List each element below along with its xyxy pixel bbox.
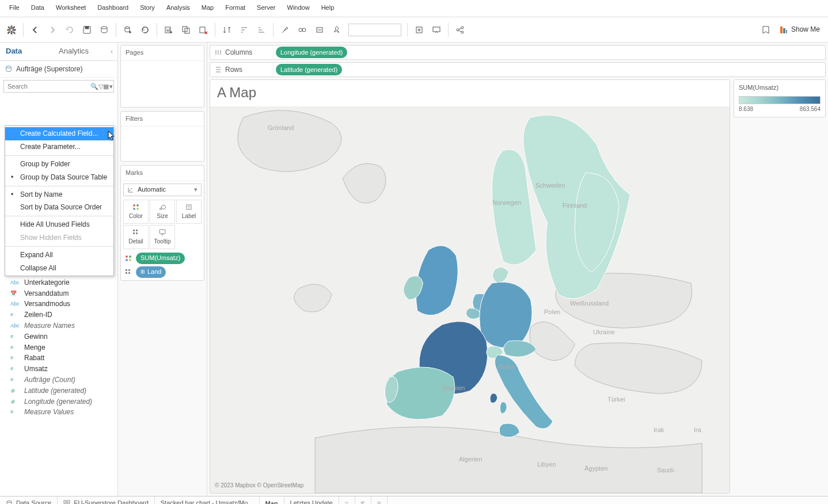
ctx-create-parameter[interactable]: Create Parameter... bbox=[5, 140, 113, 154]
svg-rect-39 bbox=[136, 230, 138, 231]
new-worksheet-tab[interactable] bbox=[339, 497, 355, 504]
ctx-sort-ds-order[interactable]: Sort by Data Source Order bbox=[5, 201, 113, 214]
showme-label: Show Me bbox=[791, 25, 820, 35]
tab-map[interactable]: Map bbox=[260, 497, 284, 504]
swap-icon[interactable] bbox=[219, 22, 235, 38]
pin-icon[interactable] bbox=[329, 22, 345, 38]
marks-color[interactable]: Color bbox=[123, 200, 149, 224]
tableau-logo-icon[interactable] bbox=[3, 22, 20, 38]
field-item[interactable]: #Measure Values bbox=[0, 407, 117, 418]
collapse-pane-icon[interactable]: ‹ bbox=[106, 43, 117, 60]
menu-server[interactable]: Server bbox=[252, 2, 280, 13]
pill-land[interactable]: ⊞ Land bbox=[136, 266, 166, 278]
pages-shelf[interactable]: Pages bbox=[120, 45, 204, 107]
ctx-expand-all[interactable]: Expand All bbox=[5, 249, 113, 262]
sort-desc-icon[interactable] bbox=[253, 22, 269, 38]
menu-help[interactable]: Help bbox=[317, 2, 339, 13]
field-item[interactable]: #Menge bbox=[0, 342, 117, 353]
tab-data[interactable]: Data bbox=[0, 43, 53, 60]
search-icon[interactable]: 🔍 bbox=[90, 82, 98, 91]
legend-card[interactable]: SUM(Umsatz) 8.638 863.564 bbox=[734, 79, 826, 117]
field-item[interactable]: ⊕Latitude (generated) bbox=[0, 385, 117, 396]
viz-canvas[interactable]: A Map bbox=[210, 79, 730, 494]
rows-shelf[interactable]: Rows Latitude (generated) bbox=[210, 62, 826, 77]
field-item[interactable]: AbcMeasure Names bbox=[0, 320, 117, 331]
ctx-group-folder[interactable]: Group by Folder bbox=[5, 158, 113, 171]
menu-file[interactable]: File bbox=[5, 2, 24, 13]
forward-icon[interactable] bbox=[44, 22, 60, 38]
label-icon[interactable] bbox=[312, 22, 328, 38]
clear-sheet-icon[interactable] bbox=[195, 22, 211, 38]
share-icon[interactable] bbox=[452, 22, 468, 38]
menu-window[interactable]: Window bbox=[283, 2, 314, 13]
toolbar-combo[interactable] bbox=[348, 24, 401, 36]
ctx-sort-name[interactable]: Sort by Name bbox=[5, 188, 113, 201]
showme-button[interactable]: Show Me bbox=[775, 25, 825, 35]
marks-label[interactable]: TLabel bbox=[176, 200, 202, 224]
filters-shelf[interactable]: Filters bbox=[120, 111, 204, 162]
pill-sumumsatz[interactable]: SUM(Umsatz) bbox=[136, 253, 185, 264]
viz-title[interactable]: A Map bbox=[210, 80, 730, 105]
marks-tooltip[interactable]: Tooltip bbox=[150, 225, 175, 249]
back-icon[interactable] bbox=[27, 22, 43, 38]
marks-size[interactable]: Size bbox=[150, 200, 175, 224]
presentation-icon[interactable] bbox=[428, 22, 445, 38]
svg-rect-5 bbox=[7, 31, 10, 33]
field-item[interactable]: #Rabatt bbox=[0, 353, 117, 364]
tab-letztes-update[interactable]: Letztes Update bbox=[284, 497, 339, 504]
field-item[interactable]: AbcVersandmodus bbox=[0, 299, 117, 310]
pill-rows-latitude[interactable]: Latitude (generated) bbox=[276, 64, 342, 75]
tab-datasource[interactable]: Data Source bbox=[0, 497, 58, 504]
ctx-hide-unused[interactable]: Hide All Unused Fields bbox=[5, 218, 113, 231]
refresh-icon[interactable] bbox=[137, 22, 153, 38]
field-item[interactable]: 📅Versanddatum bbox=[0, 288, 117, 299]
group-icon[interactable] bbox=[294, 22, 310, 38]
ctx-collapse-all[interactable]: Collapse All bbox=[5, 262, 113, 275]
new-datasource-icon[interactable] bbox=[96, 22, 112, 38]
field-item[interactable]: #Gewinn bbox=[0, 331, 117, 342]
field-item[interactable]: ⊕Longitude (generated) bbox=[0, 396, 117, 407]
duplicate-sheet-icon[interactable] bbox=[178, 22, 194, 38]
tab-stacked-bar[interactable]: Stacked bar chart - Umsatz/Mo... bbox=[155, 497, 260, 504]
map-label-libyen: Libyen bbox=[537, 460, 556, 469]
ctx-create-calc-field[interactable]: Create Calculated Field... bbox=[5, 127, 113, 140]
ctx-group-datasource[interactable]: Group by Data Source Table bbox=[5, 171, 113, 184]
pill-columns-longitude[interactable]: Longitude (generated) bbox=[276, 47, 347, 58]
field-menu-icon[interactable]: ▾ bbox=[109, 82, 113, 91]
menu-dashboard[interactable]: Dashboard bbox=[93, 2, 133, 13]
columns-shelf[interactable]: Columns Longitude (generated) bbox=[210, 45, 826, 60]
new-worksheet-icon[interactable] bbox=[120, 22, 136, 38]
field-item[interactable]: #Umsatz bbox=[0, 364, 117, 375]
menu-story[interactable]: Story bbox=[135, 2, 159, 13]
guide-icon[interactable] bbox=[758, 22, 774, 38]
undo-icon[interactable] bbox=[62, 22, 78, 38]
new-story-tab[interactable] bbox=[371, 497, 388, 504]
filter-icon[interactable]: ▽ bbox=[98, 82, 103, 91]
view-icon[interactable]: ▦ bbox=[103, 82, 109, 91]
svg-rect-15 bbox=[200, 27, 205, 33]
menu-format[interactable]: Format bbox=[221, 2, 250, 13]
field-item[interactable]: #Zeilen-ID bbox=[0, 310, 117, 320]
new-dashboard-tab[interactable] bbox=[355, 497, 371, 504]
tab-eu-dashboard[interactable]: EU-Superstore Dashboard bbox=[58, 497, 155, 504]
marks-detail[interactable]: Detail bbox=[123, 225, 149, 249]
menu-analysis[interactable]: Analysis bbox=[162, 2, 195, 13]
save-icon[interactable] bbox=[79, 22, 95, 38]
ctx-show-hidden: Show Hidden Fields bbox=[5, 231, 113, 245]
svg-rect-47 bbox=[126, 269, 127, 271]
sort-asc-icon[interactable] bbox=[236, 22, 252, 38]
svg-rect-56 bbox=[361, 502, 362, 503]
menu-worksheet[interactable]: Worksheet bbox=[51, 2, 90, 13]
new-sheet-icon[interactable] bbox=[161, 22, 177, 38]
highlight-icon[interactable] bbox=[277, 22, 293, 38]
field-item[interactable]: AbcUnterkategorie bbox=[0, 277, 117, 288]
fit-icon[interactable] bbox=[411, 22, 427, 38]
menu-data[interactable]: Data bbox=[26, 2, 49, 13]
search-input[interactable] bbox=[4, 82, 90, 91]
search-row: 🔍 ▽ ▦ ▾ bbox=[3, 80, 114, 93]
datasource-row[interactable]: Aufträge (Superstore) bbox=[0, 61, 117, 78]
menu-map[interactable]: Map bbox=[197, 2, 218, 13]
marktype-select[interactable]: Automatic ▾ bbox=[123, 184, 202, 196]
field-item[interactable]: #Aufträge (Count) bbox=[0, 375, 117, 385]
tab-analytics[interactable]: Analytics bbox=[53, 43, 106, 60]
